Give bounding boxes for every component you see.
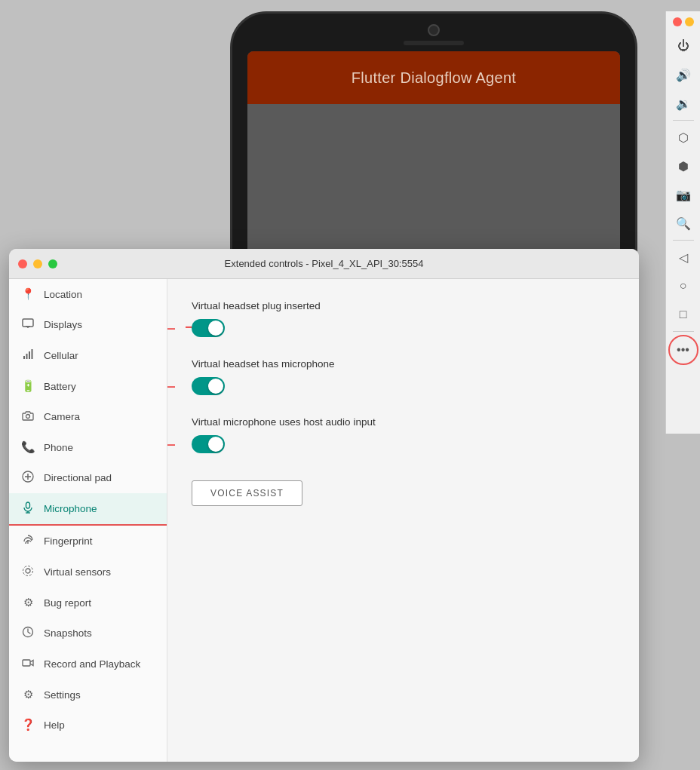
sidebar-item-location[interactable]: 📍 Location	[9, 279, 167, 309]
zoom-button[interactable]: 🔍	[670, 210, 697, 237]
home-button[interactable]: ○	[670, 272, 697, 299]
sidebar: 📍 Location Displays	[9, 279, 167, 762]
sidebar-item-dpad[interactable]: Directional pad	[9, 462, 167, 493]
settings-icon: ⚙	[21, 688, 35, 701]
toggle2-thumb	[208, 379, 223, 394]
battery-icon: 🔋	[21, 379, 35, 393]
svg-rect-6	[32, 349, 33, 359]
toggle-row-2: Virtual headset has microphone —	[192, 358, 615, 395]
arrow-3: —	[167, 437, 175, 452]
snapshots-icon	[21, 626, 35, 640]
sidebar-item-phone[interactable]: 📞 Phone	[9, 432, 167, 462]
titlebar-minimize[interactable]	[33, 259, 42, 268]
toggle-row-1: — Virtual headset plug inserted —	[192, 300, 615, 337]
extended-controls-window: Extended controls - Pixel_4_XL_API_30:55…	[9, 249, 639, 762]
more-icon: •••	[677, 343, 689, 357]
dpad-icon	[21, 471, 35, 485]
bug-report-icon: ⚙	[21, 596, 35, 609]
toggle1-switch[interactable]	[192, 319, 225, 337]
toolbar-divider-1	[673, 120, 694, 121]
titlebar-controls	[18, 259, 57, 268]
svg-rect-15	[23, 660, 30, 666]
titlebar-close[interactable]	[18, 259, 27, 268]
toggle3-thumb	[208, 437, 223, 452]
sidebar-label-fingerprint: Fingerprint	[44, 535, 93, 547]
more-options-button[interactable]: •••	[668, 335, 698, 365]
ext-body: 📍 Location Displays	[9, 279, 639, 762]
sidebar-item-battery[interactable]: 🔋 Battery	[9, 371, 167, 401]
toggle1-thumb	[208, 321, 223, 336]
record-playback-icon	[21, 657, 35, 671]
sidebar-label-displays: Displays	[44, 319, 82, 330]
sidebar-item-record-playback[interactable]: Record and Playback	[9, 649, 167, 680]
sidebar-label-bug-report: Bug report	[44, 597, 91, 609]
help-icon: ❓	[21, 718, 35, 732]
back-button[interactable]: ◁	[670, 244, 697, 271]
toggle-row-3: Virtual microphone uses host audio input…	[192, 416, 615, 453]
toggle3-label: Virtual microphone uses host audio input	[192, 416, 615, 428]
recents-button[interactable]: □	[670, 301, 697, 328]
toggle2-label: Virtual headset has microphone	[192, 358, 615, 370]
toolbar-divider-3	[673, 331, 694, 332]
toolbar-divider-2	[673, 240, 694, 241]
sidebar-item-microphone[interactable]: Microphone	[9, 493, 167, 526]
sidebar-label-virtual-sensors: Virtual sensors	[44, 566, 111, 578]
sidebar-item-bug-report[interactable]: ⚙ Bug report	[9, 587, 167, 618]
sidebar-label-help: Help	[44, 719, 65, 731]
sidebar-label-location: Location	[44, 289, 82, 300]
fingerprint-icon	[21, 534, 35, 548]
sidebar-label-cellular: Cellular	[44, 350, 78, 361]
sidebar-item-settings[interactable]: ⚙ Settings	[9, 680, 167, 710]
sidebar-item-virtual-sensors[interactable]: Virtual sensors	[9, 557, 167, 587]
svg-point-7	[26, 415, 30, 419]
microphone-icon	[21, 502, 35, 516]
titlebar-maximize[interactable]	[48, 259, 57, 268]
titlebar-title: Extended controls - Pixel_4_XL_API_30:55…	[225, 258, 424, 269]
rotate-right-button[interactable]: ⬡	[670, 124, 697, 151]
toggle2-switch[interactable]	[192, 377, 225, 395]
minimize-button[interactable]	[685, 17, 694, 26]
sidebar-item-fingerprint[interactable]: Fingerprint	[9, 526, 167, 557]
cellular-icon	[21, 348, 35, 363]
power-button[interactable]: ⏻	[670, 32, 697, 60]
svg-rect-4	[26, 354, 28, 359]
phone-app-title: Flutter Dialogflow Agent	[352, 69, 516, 87]
screenshot-button[interactable]: 📷	[670, 181, 697, 208]
microphone-panel: — Virtual headset plug inserted —	[167, 279, 639, 762]
sidebar-item-displays[interactable]: Displays	[9, 309, 167, 340]
sidebar-item-cellular[interactable]: Cellular	[9, 340, 167, 371]
sidebar-label-dpad: Directional pad	[44, 472, 112, 483]
phone-app-bar: Flutter Dialogflow Agent	[247, 51, 620, 104]
svg-point-12	[26, 569, 30, 573]
location-icon: 📍	[21, 287, 35, 301]
svg-rect-3	[23, 356, 25, 359]
sidebar-item-snapshots[interactable]: Snapshots	[9, 618, 167, 649]
toggle1-track	[192, 319, 225, 337]
sidebar-label-battery: Battery	[44, 381, 76, 392]
sidebar-item-help[interactable]: ❓ Help	[9, 710, 167, 740]
toggle1-label: Virtual headset plug inserted	[192, 300, 615, 311]
sidebar-label-camera: Camera	[44, 411, 80, 422]
voice-assist-container: VOICE ASSIST	[192, 474, 615, 506]
phone-icon: 📞	[21, 440, 35, 454]
titlebar: Extended controls - Pixel_4_XL_API_30:55…	[9, 249, 639, 279]
svg-rect-0	[23, 319, 33, 327]
sidebar-label-settings: Settings	[44, 689, 81, 701]
phone-speaker	[404, 41, 464, 45]
window-controls	[673, 17, 694, 26]
volume-down-button[interactable]: 🔉	[670, 90, 697, 117]
sidebar-item-camera[interactable]: Camera	[9, 401, 167, 432]
rotate-left-button[interactable]: ⬢	[670, 152, 697, 179]
sidebar-label-snapshots: Snapshots	[44, 627, 92, 639]
toggle3-switch[interactable]	[192, 435, 225, 453]
voice-assist-button[interactable]: VOICE ASSIST	[192, 480, 302, 506]
sidebar-label-phone: Phone	[44, 442, 73, 453]
volume-up-button[interactable]: 🔊	[670, 61, 697, 88]
close-button[interactable]	[673, 17, 682, 26]
toggle3-track	[192, 435, 225, 453]
toggle2-track	[192, 377, 225, 395]
right-toolbar: ⏻ 🔊 🔉 ⬡ ⬢ 📷 🔍 ◁ ○ □ •••	[665, 11, 700, 434]
arrow-1: —	[167, 321, 175, 336]
svg-rect-9	[26, 502, 30, 508]
svg-rect-5	[29, 351, 30, 359]
